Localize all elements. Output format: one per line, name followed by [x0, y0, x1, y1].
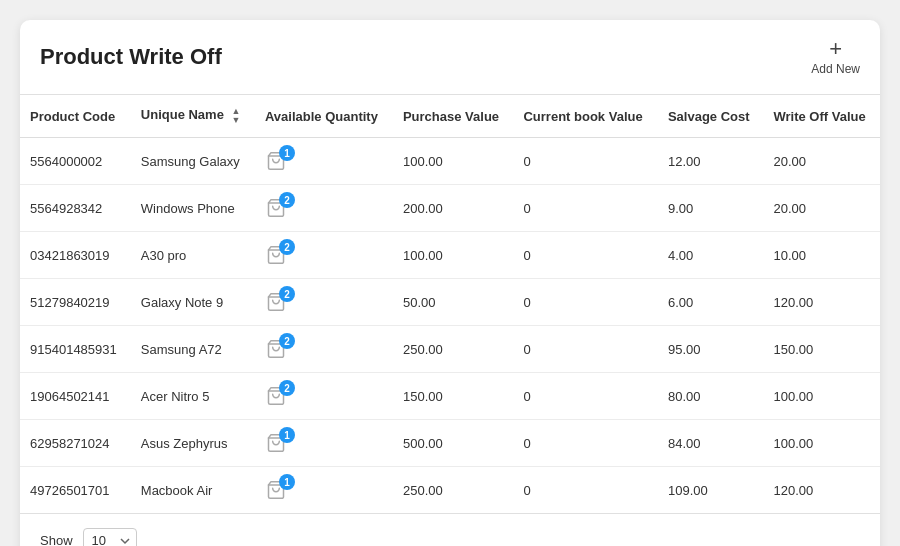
- cell-salvage-cost: 6.00: [658, 279, 764, 326]
- quantity-badge: 2: [279, 333, 295, 349]
- cell-write-off-value: 120.00: [763, 279, 880, 326]
- cell-unique-name: Galaxy Note 9: [131, 279, 255, 326]
- cell-purchase-value: 100.00: [393, 138, 514, 185]
- cart-icon: 2: [265, 386, 287, 406]
- cart-icon: 1: [265, 151, 287, 171]
- table-row: 62958271024Asus Zephyrus 1 500.00084.001…: [20, 420, 880, 467]
- cell-write-off-value: 150.00: [763, 326, 880, 373]
- cell-write-off-value: 100.00: [763, 373, 880, 420]
- col-product-code: Product Code: [20, 95, 131, 138]
- cell-product-code: 51279840219: [20, 279, 131, 326]
- quantity-badge: 2: [279, 239, 295, 255]
- cell-purchase-value: 200.00: [393, 185, 514, 232]
- cell-current-book-value: 0: [513, 420, 657, 467]
- cell-available-quantity: 2: [255, 185, 393, 232]
- col-write-off-value: Write Off Value: [763, 95, 880, 138]
- col-salvage-cost: Salvage Cost: [658, 95, 764, 138]
- table-row: 915401485931Samsung A72 2 250.00095.0015…: [20, 326, 880, 373]
- sort-arrows-icon: ▲▼: [232, 107, 241, 125]
- cell-product-code: 19064502141: [20, 373, 131, 420]
- cart-icon: 1: [265, 480, 287, 500]
- table-row: 49726501701Macbook Air 1 250.000109.0012…: [20, 467, 880, 514]
- page-title: Product Write Off: [40, 44, 222, 70]
- table-row: 03421863019A30 pro 2 100.0004.0010.00: [20, 232, 880, 279]
- cell-current-book-value: 0: [513, 138, 657, 185]
- cell-write-off-value: 20.00: [763, 185, 880, 232]
- cart-icon: 2: [265, 198, 287, 218]
- cell-product-code: 915401485931: [20, 326, 131, 373]
- cell-write-off-value: 20.00: [763, 138, 880, 185]
- cell-available-quantity: 1: [255, 420, 393, 467]
- quantity-badge: 1: [279, 427, 295, 443]
- cell-purchase-value: 500.00: [393, 420, 514, 467]
- col-unique-name[interactable]: Unique Name ▲▼: [131, 95, 255, 138]
- col-available-quantity: Available Quantity: [255, 95, 393, 138]
- cell-product-code: 5564928342: [20, 185, 131, 232]
- show-label: Show: [40, 533, 73, 546]
- show-select[interactable]: 10 25 50 100: [83, 528, 137, 546]
- cell-salvage-cost: 12.00: [658, 138, 764, 185]
- cell-available-quantity: 2: [255, 373, 393, 420]
- card-footer: Show 10 25 50 100: [20, 513, 880, 546]
- cell-available-quantity: 1: [255, 138, 393, 185]
- table-row: 5564928342Windows Phone 2 200.0009.0020.…: [20, 185, 880, 232]
- cell-salvage-cost: 84.00: [658, 420, 764, 467]
- col-purchase-value: Purchase Value: [393, 95, 514, 138]
- quantity-badge: 2: [279, 286, 295, 302]
- cell-unique-name: Windows Phone: [131, 185, 255, 232]
- cell-available-quantity: 2: [255, 326, 393, 373]
- cell-purchase-value: 100.00: [393, 232, 514, 279]
- cell-available-quantity: 1: [255, 467, 393, 514]
- cell-current-book-value: 0: [513, 185, 657, 232]
- cell-salvage-cost: 4.00: [658, 232, 764, 279]
- add-new-button[interactable]: + Add New: [811, 38, 860, 76]
- add-new-label: Add New: [811, 62, 860, 76]
- quantity-badge: 2: [279, 192, 295, 208]
- cell-salvage-cost: 109.00: [658, 467, 764, 514]
- table-header-row: Product Code Unique Name ▲▼ Available Qu…: [20, 95, 880, 138]
- cell-unique-name: Macbook Air: [131, 467, 255, 514]
- cell-unique-name: Asus Zephyrus: [131, 420, 255, 467]
- table-row: 19064502141Acer Nitro 5 2 150.00080.0010…: [20, 373, 880, 420]
- cell-product-code: 49726501701: [20, 467, 131, 514]
- cell-salvage-cost: 9.00: [658, 185, 764, 232]
- cell-salvage-cost: 95.00: [658, 326, 764, 373]
- quantity-badge: 1: [279, 145, 295, 161]
- cell-unique-name: Acer Nitro 5: [131, 373, 255, 420]
- cell-unique-name: Samsung Galaxy: [131, 138, 255, 185]
- cell-product-code: 03421863019: [20, 232, 131, 279]
- cell-purchase-value: 50.00: [393, 279, 514, 326]
- table-row: 51279840219Galaxy Note 9 2 50.0006.00120…: [20, 279, 880, 326]
- cell-product-code: 5564000002: [20, 138, 131, 185]
- cell-purchase-value: 250.00: [393, 467, 514, 514]
- cell-write-off-value: 100.00: [763, 420, 880, 467]
- cell-unique-name: A30 pro: [131, 232, 255, 279]
- quantity-badge: 2: [279, 380, 295, 396]
- cell-purchase-value: 150.00: [393, 373, 514, 420]
- cell-write-off-value: 10.00: [763, 232, 880, 279]
- cell-purchase-value: 250.00: [393, 326, 514, 373]
- plus-icon: +: [829, 38, 842, 60]
- cell-salvage-cost: 80.00: [658, 373, 764, 420]
- cell-available-quantity: 2: [255, 279, 393, 326]
- cell-write-off-value: 120.00: [763, 467, 880, 514]
- product-write-off-card: Product Write Off + Add New Product Code…: [20, 20, 880, 546]
- cell-product-code: 62958271024: [20, 420, 131, 467]
- cell-current-book-value: 0: [513, 467, 657, 514]
- col-current-book-value: Current book Value: [513, 95, 657, 138]
- cart-icon: 2: [265, 339, 287, 359]
- cart-icon: 2: [265, 245, 287, 265]
- cell-current-book-value: 0: [513, 232, 657, 279]
- product-table: Product Code Unique Name ▲▼ Available Qu…: [20, 95, 880, 513]
- cell-unique-name: Samsung A72: [131, 326, 255, 373]
- table-row: 5564000002Samsung Galaxy 1 100.00012.002…: [20, 138, 880, 185]
- cell-current-book-value: 0: [513, 373, 657, 420]
- cell-current-book-value: 0: [513, 279, 657, 326]
- quantity-badge: 1: [279, 474, 295, 490]
- cart-icon: 1: [265, 433, 287, 453]
- card-header: Product Write Off + Add New: [20, 20, 880, 95]
- cell-current-book-value: 0: [513, 326, 657, 373]
- cart-icon: 2: [265, 292, 287, 312]
- cell-available-quantity: 2: [255, 232, 393, 279]
